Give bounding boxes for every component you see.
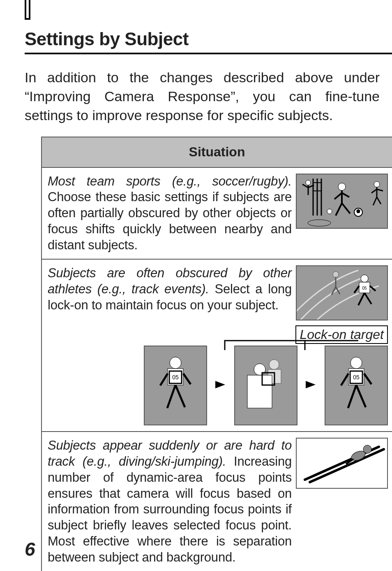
svg-point-17 [327,209,332,214]
lockon-frame-2 [234,346,297,425]
runner-icon: 05 [145,346,206,425]
table-header: Situation [42,137,392,167]
situation-text: Subjects appear suddenly or are hard to … [48,438,292,565]
situation-text: Subjects are often obscured by other ath… [48,265,292,313]
section-underline [25,53,392,54]
lockon-frame-3: 05 [325,346,388,425]
svg-text:05: 05 [172,374,179,381]
svg-point-37 [254,364,265,375]
section-title: Settings by Subject [25,29,392,49]
soccer-thumbnail [296,174,388,229]
svg-text:05: 05 [362,286,367,290]
svg-point-34 [269,360,279,369]
soccer-icon [297,174,387,228]
table-row: Most team sports (e.g., soccer/rugby). C… [42,167,392,260]
arrow-icon [305,346,317,424]
table-row: Subjects appear suddenly or are hard to … [42,432,392,571]
runner-icon: 05 [325,346,387,425]
svg-point-10 [338,183,346,190]
svg-point-20 [361,275,368,282]
svg-point-6 [306,180,311,185]
table-row: Subjects are often obscured by other ath… [42,259,392,432]
page-number: 6 [25,538,35,560]
ski-jump-icon [297,439,387,488]
svg-text:05: 05 [353,374,360,381]
svg-point-25 [333,272,339,277]
lockon-frame-1: 05 [144,346,207,425]
svg-point-14 [374,181,380,187]
svg-rect-19 [297,266,387,320]
situation-text: Most team sports (e.g., soccer/rugby). C… [48,174,292,253]
arrow-icon [214,346,227,424]
runner-obscured-icon [235,346,297,425]
track-thumbnail: 05 [296,265,388,320]
svg-point-40 [350,357,362,369]
svg-point-27 [170,357,181,369]
situation-table: Situation Most team sports (e.g., soccer… [41,137,392,571]
svg-rect-36 [247,375,272,408]
lock-on-graphics: 05 [48,346,388,425]
ski-jump-thumbnail [296,438,388,489]
corner-rule [25,0,30,20]
track-icon: 05 [297,266,387,320]
svg-point-48 [363,445,371,453]
intro-paragraph: In addition to the changes described abo… [25,68,392,125]
